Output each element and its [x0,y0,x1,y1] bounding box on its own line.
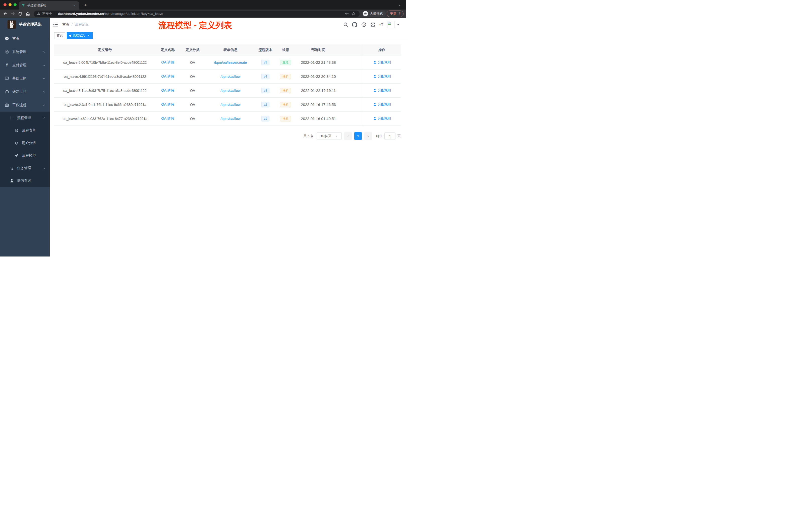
browser-toolbar: 不安全 dashboard.yudao.iocoder.cn/bpm/manag… [0,9,406,18]
incognito-badge: 无痕模式 [362,10,386,17]
hamburger-icon[interactable] [53,22,58,27]
assign-rule-button[interactable]: 分配规则 [373,102,391,107]
tag-home[interactable]: 首页 [54,32,65,39]
page-number-1[interactable]: 1 [354,132,362,140]
assign-rule-button[interactable]: 分配规则 [373,88,391,93]
url-host: dashboard.yudao.iocoder.cn [58,12,104,16]
browser-tab[interactable]: 芋道管理系统 [19,1,79,9]
zoom-window-button[interactable] [13,3,17,6]
sidebar-item-label: 流程模型 [22,153,36,158]
sidebar-item-process-form[interactable]: 流程表单 [0,124,50,137]
back-icon[interactable] [2,10,8,17]
definition-table: 定义编号 定义名称 定义分类 表单信息 流程版本 状态 部署时间 操作 [54,44,401,126]
home-icon[interactable] [25,10,31,17]
cell-category: OA [180,56,205,69]
definition-name-link[interactable]: OA 请假 [161,60,174,64]
assign-rule-button[interactable]: 分配规则 [373,60,391,64]
breadcrumb-home[interactable]: 首页 [62,22,69,27]
version-badge: v4 [261,74,270,79]
sidebar-item-home[interactable]: 首页 [0,32,50,45]
sidebar-item-task-mgmt[interactable]: 任务管理 [0,162,50,175]
definition-name-link[interactable]: OA 请假 [161,88,174,92]
version-badge: v3 [261,88,270,93]
form-link[interactable]: /bpm/oa/flow [221,117,240,121]
assign-rule-label: 分配规则 [378,74,391,79]
password-key-icon[interactable] [344,10,350,17]
tab-title: 芋道管理系统 [27,3,73,7]
table-row: oa_leave:3:1fad3d93-7b75-11ec-a3c8-acde4… [54,84,401,98]
goto-label: 前往 [376,134,382,138]
form-link[interactable]: /bpm/oa/flow [221,74,240,79]
sidebar-item-user-group[interactable]: 用户分组 [0,137,50,149]
not-secure-warning-icon [37,12,41,16]
assign-rule-button[interactable]: 分配规则 [373,74,391,79]
toolbox-icon [5,90,9,94]
goto-page-input[interactable] [384,132,396,140]
chevron-down-icon [335,135,338,138]
address-bar[interactable]: 不安全 dashboard.yudao.iocoder.cn/bpm/manag… [34,10,359,17]
cell-deploy-time: 2022-01-22 20:34:10 [296,69,341,84]
sidebar-item-process-model[interactable]: 流程模型 [0,149,50,162]
new-tab-button[interactable] [82,2,88,8]
search-icon[interactable] [343,22,348,27]
security-label[interactable]: 不安全 [42,11,52,16]
browser-menu-kebab-icon[interactable] [398,11,402,16]
window-controls [3,3,17,6]
reload-icon[interactable] [17,10,24,17]
cell-definition-id: oa_leave:3:1fad3d93-7b75-11ec-a3c8-acde4… [54,84,156,98]
tab-close-icon[interactable] [73,3,77,7]
sidebar-item-workflow[interactable]: 工作流程 [0,98,50,112]
sidebar-item-process-mgmt[interactable]: 流程管理 [0,112,50,124]
sidebar-item-label: 工作流程 [12,103,26,108]
bookmark-star-icon[interactable] [350,10,356,17]
sidebar-item-label: 请假查询 [17,178,31,183]
definition-name-link[interactable]: OA 请假 [161,117,174,120]
definition-name-link[interactable]: OA 请假 [161,74,174,78]
github-icon[interactable] [352,22,357,27]
prev-page-button[interactable] [344,132,352,140]
url-path: /bpm/manager/definition?key=oa_leave [104,12,163,16]
sidebar-item-label: 首页 [12,36,19,41]
forward-icon[interactable] [9,10,16,17]
sidebar-item-leave-query[interactable]: 请假查询 [0,175,50,187]
sidebar-item-infrastructure[interactable]: 基础设施 [0,72,50,85]
minimize-window-button[interactable] [8,3,11,6]
sidebar-item-payment-mgmt[interactable]: ¥ 支付管理 [0,58,50,72]
version-badge: v2 [261,102,270,108]
workflow-submenu: 流程管理 流程表单 用户分组 [0,112,50,187]
incognito-icon [363,11,368,16]
tag-close-icon[interactable] [87,34,90,37]
user-icon [373,74,377,78]
url-text[interactable]: dashboard.yudao.iocoder.cn/bpm/manager/d… [58,12,163,16]
dashboard-icon [5,36,9,41]
breadcrumb-current: 流程定义 [75,22,89,27]
font-size-icon[interactable]: TT [379,23,383,27]
robot-icon [14,141,19,145]
form-link[interactable]: /bpm/oa/flow [221,89,240,93]
tag-label: 流程定义 [73,33,85,38]
page-size-select[interactable]: 10条/页 [317,132,342,140]
user-icon [373,89,377,92]
help-icon[interactable]: ? [361,22,367,27]
definition-name-link[interactable]: OA 请假 [161,102,174,107]
form-link[interactable]: /bpm/oa/flow [221,103,240,107]
col-header-deploy-time: 部署时间 [296,44,341,56]
tag-process-definition[interactable]: 流程定义 [67,32,93,39]
user-icon [373,103,377,106]
close-window-button[interactable] [3,3,6,6]
status-badge: 挂起 [280,74,291,79]
avatar-caret-icon[interactable] [397,24,400,25]
tab-search-chevron-icon[interactable] [399,3,401,6]
assign-rule-button[interactable]: 分配规则 [373,116,391,121]
status-badge: 挂起 [280,116,291,121]
app-title: 芋道管理系统 [19,22,41,27]
table-row: oa_leave:4:991f2193-7b7f-11ec-a3c8-acde4… [54,69,401,84]
assign-rule-label: 分配规则 [378,88,391,93]
next-page-button[interactable] [364,132,372,140]
browser-update-button[interactable]: 更新 [387,10,404,17]
sidebar-item-system-mgmt[interactable]: 系统管理 [0,45,50,58]
avatar[interactable] [387,21,395,28]
sidebar-item-dev-tools[interactable]: 研发工具 [0,85,50,98]
form-link[interactable]: /bpm/oa/leave/create [214,60,247,64]
fullscreen-icon[interactable] [370,22,376,27]
